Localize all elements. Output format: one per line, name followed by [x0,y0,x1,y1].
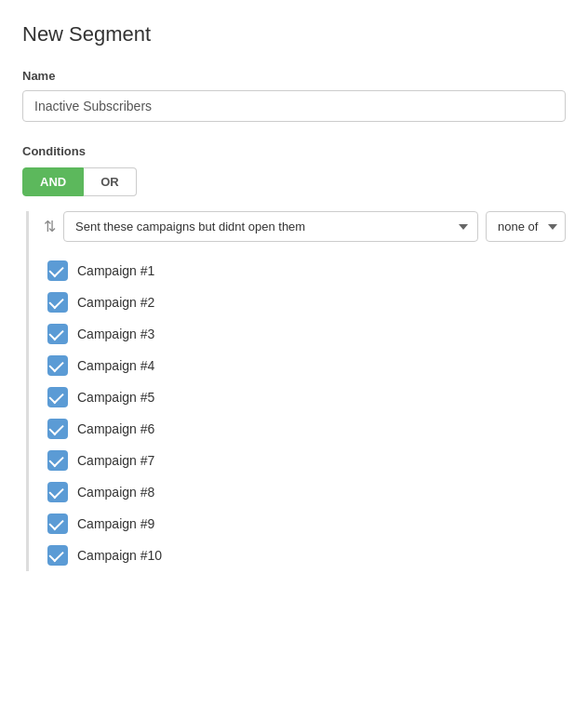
campaigns-list: Campaign #1 Campaign #2 Campaign #3 Camp… [44,255,566,571]
or-toggle-button[interactable]: OR [84,167,137,196]
campaign-6-label: Campaign #6 [77,421,154,436]
campaign-1-checkbox[interactable] [47,260,68,281]
page-container: New Segment Name Conditions AND OR ⇅ Sen… [0,0,588,707]
list-item: Campaign #5 [47,381,566,413]
campaign-5-checkbox[interactable] [47,387,68,407]
list-item: Campaign #1 [47,255,566,287]
list-item: Campaign #9 [47,508,566,540]
list-item: Campaign #3 [47,318,566,350]
list-item: Campaign #10 [47,540,566,571]
campaign-4-label: Campaign #4 [77,358,154,373]
campaign-2-checkbox[interactable] [47,292,68,313]
campaign-7-checkbox[interactable] [47,450,68,471]
campaign-10-checkbox[interactable] [47,545,68,566]
conditions-label: Conditions [22,144,566,158]
campaign-3-label: Campaign #3 [77,327,154,341]
campaign-6-checkbox[interactable] [47,419,68,439]
campaign-9-label: Campaign #9 [77,516,154,531]
list-item: Campaign #6 [47,413,566,445]
campaign-2-label: Campaign #2 [77,295,154,310]
campaign-5-label: Campaign #5 [77,390,154,405]
campaign-8-checkbox[interactable] [47,482,68,502]
sort-icon[interactable]: ⇅ [44,218,56,235]
campaign-3-checkbox[interactable] [47,324,68,344]
condition-block: ⇅ Sent these campaigns but didnt open th… [26,211,566,571]
campaign-8-label: Campaign #8 [77,485,154,500]
campaign-9-checkbox[interactable] [47,514,68,534]
list-item: Campaign #7 [47,445,566,476]
condition-type-dropdown[interactable]: Sent these campaigns but didnt open them [63,211,478,242]
campaign-7-label: Campaign #7 [77,453,154,468]
list-item: Campaign #2 [47,287,566,318]
condition-row: ⇅ Sent these campaigns but didnt open th… [44,211,566,242]
segment-name-input[interactable] [22,90,566,122]
campaign-1-label: Campaign #1 [77,263,154,278]
none-of-dropdown[interactable]: none of any of all of [486,211,566,242]
list-item: Campaign #8 [47,476,566,508]
campaign-10-label: Campaign #10 [77,548,162,563]
and-toggle-button[interactable]: AND [22,167,84,196]
condition-toggle-group: AND OR [22,167,566,196]
list-item: Campaign #4 [47,350,566,381]
page-title: New Segment [22,22,566,47]
campaign-4-checkbox[interactable] [47,355,68,376]
name-label: Name [22,69,566,83]
conditions-section: Conditions AND OR ⇅ Sent these campaigns… [22,144,566,571]
